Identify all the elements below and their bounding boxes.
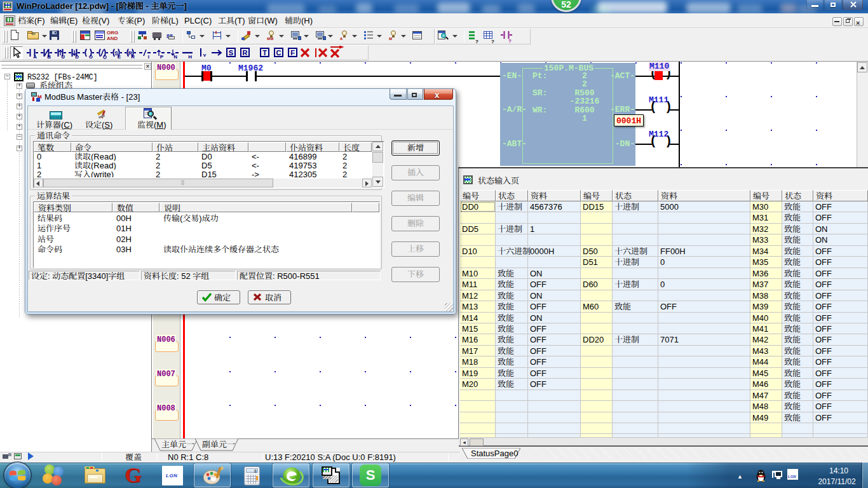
svg-text:N: N <box>173 54 177 59</box>
svg-text:B: B <box>47 54 51 59</box>
svg-text:H: H <box>188 54 192 59</box>
svg-text:E: E <box>118 54 121 59</box>
svg-text:I: I <box>148 54 149 59</box>
svg-text:R: R <box>131 54 135 59</box>
svg-text:v: v <box>203 52 207 58</box>
svg-text:?: ? <box>508 38 512 43</box>
svg-text:Q: Q <box>103 54 107 59</box>
svg-text:D: D <box>75 54 79 59</box>
svg-text:O: O <box>89 54 93 59</box>
svg-text:A: A <box>33 54 37 59</box>
svg-text:P: P <box>160 54 164 59</box>
svg-text:U: U <box>61 54 65 59</box>
